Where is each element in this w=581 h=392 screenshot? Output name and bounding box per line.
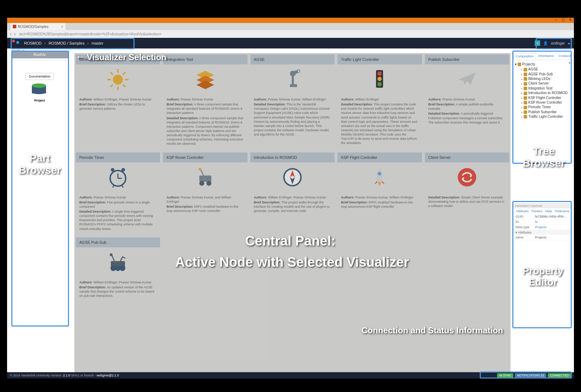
version-label: version: <box>51 374 62 377</box>
project-card[interactable]: Blinking LEDs Authors: William Emfinger,… <box>76 54 160 150</box>
central-canvas[interactable]: Blinking LEDs Authors: William Emfinger,… <box>74 53 511 375</box>
tree-tab-composition[interactable]: Composition <box>513 53 536 60</box>
project-card[interactable]: Client Server Detailed Description: Simp… <box>425 152 509 235</box>
card-body: Authors: William Emfinger, Pranav Sriniv… <box>250 192 335 217</box>
badge-notifications[interactable]: NOTIFICATIONS [0] <box>515 373 546 377</box>
badge-sync[interactable]: IN SYNC <box>497 373 513 377</box>
left-panel: RootViz Documentation Project <box>11 51 68 197</box>
card-body: Authors: Pranav Srinivas Kumar, William … <box>337 192 422 212</box>
prop-meta-label: Meta type <box>516 225 535 229</box>
property-editor-panel: PROPERTY EDITOR Attributes Pointers Meta… <box>513 203 572 260</box>
version: 2.1.0 <box>63 374 70 377</box>
badge-connected[interactable]: CONNECTED <box>548 373 571 377</box>
prop-name-value[interactable]: Projects <box>535 236 570 239</box>
tree-tab-inheritance[interactable]: Inheritance <box>536 53 557 60</box>
url-text: ject=ROSMOD%2BSamples&branch=master&node… <box>19 32 161 36</box>
project-card[interactable]: Integration Test Authors: Pranav Sriniva… <box>163 54 247 150</box>
prop-name-label: name <box>516 236 535 239</box>
tree-item[interactable]: Integration Test <box>515 86 570 91</box>
documentation-button[interactable]: Documentation <box>25 73 54 80</box>
card-body: Authors: Pranav Srinivas Kumar, William … <box>250 94 335 140</box>
forward-icon[interactable]: › <box>14 31 16 37</box>
tree-item[interactable]: KSP Flight Controller <box>515 96 570 100</box>
card-title: AGSE Pub-Sub <box>76 237 160 247</box>
rover2-icon <box>76 247 160 277</box>
prop-guid-value: fa73d98c-04b9-4f06-... <box>535 215 570 218</box>
project-icon[interactable] <box>32 83 48 98</box>
project-card[interactable]: KSP Flight Controller Authors: Pranav Sr… <box>337 152 422 235</box>
tab-title: ROSMOD/Samples <box>18 25 49 29</box>
annotation-property-editor: Property Editor <box>516 265 570 288</box>
project-card[interactable]: Periodic Timer Authors: Pranav Srinivas … <box>76 152 160 235</box>
browser-titlebar: –▢✕ <box>7 18 574 23</box>
card-title: Periodic Timer <box>76 152 160 162</box>
webgme-version: webgme@2.1.0 <box>97 374 119 377</box>
tree-item[interactable]: KSP Rover Controller <box>515 100 570 105</box>
breadcrumb-root[interactable]: ROSMOD <box>21 41 45 45</box>
browser-urlbar[interactable]: ‹ › ject=ROSMOD%2BSamples&branch=master&… <box>7 30 574 38</box>
app-top-nav: ROSMOD › ROSMOD / Samples › master G 👤 e… <box>7 38 574 48</box>
tree-item[interactable]: Traffic Light Controller <box>515 114 570 119</box>
property-header: PROPERTY EDITOR <box>513 204 572 208</box>
project-card[interactable]: Publish Subscribe Authors: Pranav Sriniv… <box>425 54 509 150</box>
status-bar: © 2016 Vanderbilt University version: 2.… <box>7 372 574 379</box>
traffic-light-icon <box>337 64 422 94</box>
tree-item[interactable]: Introduction to ROSMOD <box>515 91 570 95</box>
tree-item[interactable]: AGSE Pub-Sub <box>515 72 570 76</box>
project-card[interactable]: Introduction to ROSMOD Authors: William … <box>250 152 335 235</box>
card-title: Publish Subscribe <box>425 54 509 64</box>
layers-icon <box>163 64 247 94</box>
project-card[interactable]: Traffic Light Controller Authors: Willia… <box>337 54 422 150</box>
tree-item[interactable]: Blinking LEDs <box>515 76 570 81</box>
project-card[interactable]: AGSE Pub-Sub Authors: William Emfinger, … <box>76 237 160 302</box>
breadcrumb-project[interactable]: ROSMOD / Samples <box>46 41 87 45</box>
user-dropdown-icon[interactable]: ▲ <box>568 42 570 45</box>
tree-item[interactable]: AGSE <box>515 67 570 71</box>
project-card[interactable]: KSP Rover Controller Authors: Pranav Sri… <box>163 152 247 235</box>
filter-icon[interactable]: ▾ <box>569 61 570 65</box>
app-logo-icon[interactable] <box>12 40 19 47</box>
tree-browser-panel: Composition Inheritance Crosscut ▾ ▾ Pro… <box>513 53 572 159</box>
sun-icon <box>76 64 160 94</box>
prop-tab-preference[interactable]: Preference <box>554 209 571 213</box>
prop-meta-value[interactable]: Projects <box>535 225 570 229</box>
paper-plane-icon <box>425 64 509 94</box>
user-name[interactable]: emfinger <box>551 41 565 45</box>
project-card[interactable]: AGSE Authors: Pranav Srinivas Kumar, Wil… <box>250 54 335 150</box>
tree-item[interactable]: Periodic Timer <box>515 105 570 109</box>
prop-guid-label: GUID <box>516 215 535 218</box>
prop-id-label: ID <box>516 220 535 224</box>
clock-icon <box>76 162 160 192</box>
copyright: © 2016 Vanderbilt University <box>10 374 50 377</box>
swap-icon <box>425 162 509 192</box>
prop-section: ▾ Attributes <box>513 230 572 235</box>
compass-icon <box>250 162 335 192</box>
card-body: Authors: William Emfinger, Pranav Sriniv… <box>76 94 160 114</box>
tab-close-icon[interactable]: × <box>61 24 63 29</box>
visualizer-button[interactable]: RootViz <box>11 51 68 58</box>
tree-tab-crosscut[interactable]: Crosscut <box>557 53 574 60</box>
breadcrumb-branch[interactable]: master <box>89 41 106 45</box>
card-body: Authors: Pranav Srinivas KumarBrief Desc… <box>76 192 160 235</box>
card-title: Integration Test <box>163 54 247 64</box>
prop-tab-pointers[interactable]: Pointers <box>530 209 543 213</box>
user-avatar[interactable]: G <box>535 40 540 46</box>
back-icon[interactable]: ‹ <box>10 31 12 37</box>
tree-root[interactable]: ▾ Projects <box>515 62 570 67</box>
tree-item[interactable]: Publish Subscribe <box>515 110 570 114</box>
card-title: AGSE <box>250 54 335 64</box>
window-controls[interactable]: –▢✕ <box>555 18 572 22</box>
browser-tab[interactable]: ROSMOD/Samples × <box>11 23 65 30</box>
project-label: Project <box>11 99 68 102</box>
prop-tab-attributes[interactable]: Attributes <box>515 209 530 213</box>
card-body: Detailed Description: Simple Client Serv… <box>425 192 509 212</box>
card-title: KSP Flight Controller <box>337 152 422 162</box>
card-body: Authors: Pranav Srinivas KumarBrief Desc… <box>425 94 509 128</box>
prop-tab-meta[interactable]: Meta <box>544 209 553 213</box>
card-title: Introduction to ROSMOD <box>250 152 335 162</box>
card-title: Client Server <box>425 152 509 162</box>
card-title: Traffic Light Controller <box>337 54 422 64</box>
user-menu-icon[interactable]: 👤 <box>543 41 548 46</box>
arrow-icon: ← <box>75 51 85 63</box>
tree-item[interactable]: Client Server <box>515 81 570 86</box>
